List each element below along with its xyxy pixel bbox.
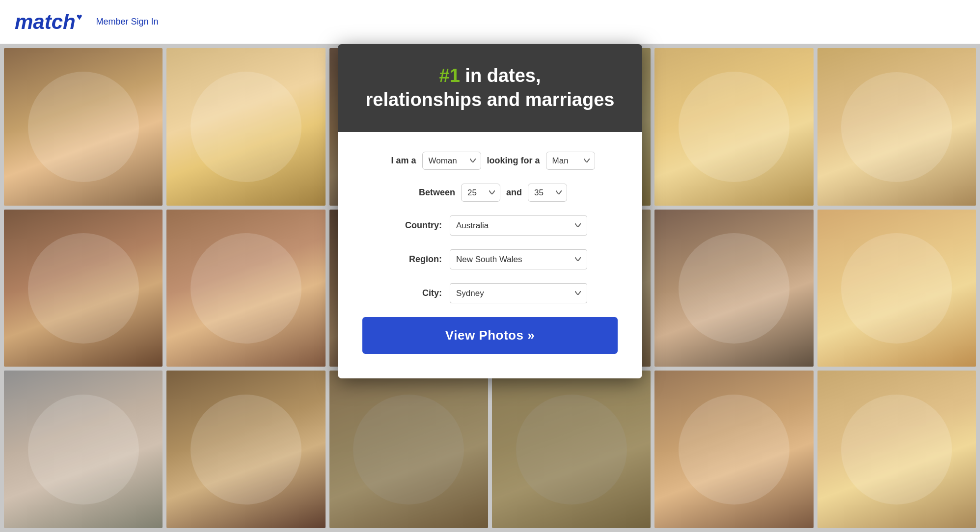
search-modal: #1 in dates, relationships and marriages…: [338, 44, 642, 378]
country-row: Country: Australia: [362, 215, 618, 236]
i-am-a-label: I am a: [391, 156, 416, 166]
photo-cell: [166, 210, 325, 367]
modal-headline: #1 in dates, relationships and marriages: [353, 64, 627, 112]
city-label: City:: [393, 288, 442, 298]
headline-line2: relationships and marriages: [366, 89, 615, 110]
looking-for-select[interactable]: Man Woman: [546, 152, 595, 170]
headline-rest: in dates,: [460, 65, 541, 86]
photo-cell: [4, 48, 163, 206]
header: match♥ Member Sign In: [0, 0, 980, 44]
photo-cell: [166, 371, 325, 528]
photo-cell: [817, 48, 976, 206]
logo: match♥: [15, 10, 82, 34]
photo-cell: [329, 371, 488, 528]
photo-cell: [166, 48, 325, 206]
photo-cell: [817, 371, 976, 528]
photo-cell: [817, 210, 976, 367]
age-row: Between 25 and 35: [362, 184, 618, 202]
modal-body: I am a Woman Man looking for a Man Woman…: [338, 132, 642, 378]
photo-cell: [654, 371, 813, 528]
photo-cell: [654, 210, 813, 367]
view-photos-button[interactable]: View Photos »: [362, 317, 618, 354]
city-select[interactable]: Sydney: [450, 283, 587, 303]
gender-select[interactable]: Woman Man: [422, 152, 481, 170]
region-row: Region: New South Wales: [362, 249, 618, 269]
country-label: Country:: [393, 220, 442, 231]
logo-heart-icon: ♥: [77, 11, 82, 22]
age-max-select[interactable]: 35: [528, 184, 567, 202]
photo-cell: [4, 210, 163, 367]
member-signin-link[interactable]: Member Sign In: [96, 17, 159, 27]
logo-text: match: [15, 10, 76, 33]
photo-cell: [492, 371, 651, 528]
age-min-select[interactable]: 25: [461, 184, 500, 202]
and-label: and: [506, 187, 522, 198]
city-row: City: Sydney: [362, 283, 618, 303]
photo-cell: [4, 371, 163, 528]
country-select[interactable]: Australia: [450, 215, 587, 236]
region-label: Region:: [393, 254, 442, 265]
headline-number: #1: [439, 65, 460, 86]
between-label: Between: [419, 187, 455, 198]
looking-for-label: looking for a: [487, 156, 540, 166]
photo-cell: [654, 48, 813, 206]
gender-row: I am a Woman Man looking for a Man Woman: [362, 152, 618, 170]
modal-header: #1 in dates, relationships and marriages: [338, 44, 642, 132]
photo-grid: #1 in dates, relationships and marriages…: [0, 44, 980, 532]
region-select[interactable]: New South Wales: [450, 249, 587, 269]
